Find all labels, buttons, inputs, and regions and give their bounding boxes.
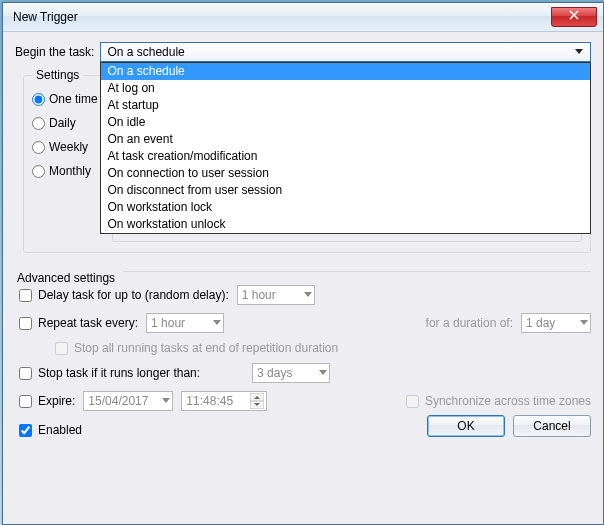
repeat-label: Repeat task every:: [38, 316, 138, 330]
begin-task-option[interactable]: At startup: [101, 97, 590, 114]
new-trigger-dialog: New Trigger Begin the task: On a schedul…: [2, 2, 604, 525]
expire-time-value: 11:48:45: [186, 394, 233, 408]
radio-monthly[interactable]: Monthly: [32, 164, 104, 178]
expire-date-field[interactable]: 15/04/2017: [83, 391, 173, 411]
begin-task-option[interactable]: On workstation lock: [101, 199, 590, 216]
radio-daily[interactable]: Daily: [32, 116, 104, 130]
chevron-down-icon: [162, 398, 170, 404]
radio-weekly-label: Weekly: [49, 140, 88, 154]
radio-monthly-label: Monthly: [49, 164, 91, 178]
delay-combo[interactable]: 1 hour: [237, 285, 315, 305]
expire-date-value: 15/04/2017: [88, 394, 148, 408]
stop-longer-label: Stop task if it runs longer than:: [38, 366, 200, 380]
radio-daily-input[interactable]: [32, 117, 45, 130]
repeat-checkbox[interactable]: [19, 317, 32, 330]
begin-task-option[interactable]: On workstation unlock: [101, 216, 590, 233]
radio-one-time[interactable]: One time: [32, 92, 104, 106]
enabled-check[interactable]: Enabled: [19, 423, 82, 437]
duration-value: 1 day: [526, 316, 555, 330]
stop-all-label: Stop all running tasks at end of repetit…: [74, 341, 338, 355]
begin-task-option[interactable]: On connection to user session: [101, 165, 590, 182]
duration-label: for a duration of:: [426, 316, 513, 330]
radio-daily-label: Daily: [49, 116, 76, 130]
radio-monthly-input[interactable]: [32, 165, 45, 178]
chevron-down-icon: [213, 320, 221, 326]
begin-task-label: Begin the task:: [15, 45, 94, 59]
close-icon: [569, 10, 579, 20]
radio-one-time-label: One time: [49, 92, 98, 106]
delay-check[interactable]: Delay task for up to (random delay):: [19, 288, 229, 302]
begin-task-dropdown-display[interactable]: On a schedule: [100, 42, 591, 62]
expire-checkbox[interactable]: [19, 395, 32, 408]
stop-longer-checkbox[interactable]: [19, 367, 32, 380]
stop-longer-check[interactable]: Stop task if it runs longer than:: [19, 366, 200, 380]
close-button[interactable]: [551, 7, 597, 27]
window-title: New Trigger: [13, 10, 78, 24]
titlebar: New Trigger: [3, 3, 603, 32]
radio-weekly[interactable]: Weekly: [32, 140, 104, 154]
begin-task-dropdown[interactable]: On a schedule On a scheduleAt log onAt s…: [100, 42, 591, 62]
begin-task-option[interactable]: On a schedule: [101, 63, 590, 80]
chevron-down-icon: [319, 370, 327, 376]
expire-label: Expire:: [38, 394, 75, 408]
begin-task-option[interactable]: On idle: [101, 114, 590, 131]
chevron-down-icon: [572, 45, 586, 59]
repeat-check[interactable]: Repeat task every:: [19, 316, 138, 330]
enabled-checkbox[interactable]: [19, 424, 32, 437]
expire-sync-label: Synchronize across time zones: [425, 394, 591, 408]
repeat-combo[interactable]: 1 hour: [146, 313, 224, 333]
ok-button[interactable]: OK: [427, 415, 505, 437]
expire-check[interactable]: Expire:: [19, 394, 75, 408]
stop-all-check[interactable]: Stop all running tasks at end of repetit…: [55, 341, 338, 355]
radio-one-time-input[interactable]: [32, 93, 45, 106]
stop-longer-value: 3 days: [257, 366, 292, 380]
begin-task-selected: On a schedule: [107, 45, 184, 59]
delay-value: 1 hour: [242, 288, 276, 302]
chevron-down-icon: [580, 320, 588, 326]
chevron-down-icon: [304, 292, 312, 298]
begin-task-option[interactable]: At task creation/modification: [101, 148, 590, 165]
begin-task-option[interactable]: On an event: [101, 131, 590, 148]
expire-time-field[interactable]: 11:48:45: [181, 391, 267, 411]
cancel-button[interactable]: Cancel: [513, 415, 591, 437]
radio-weekly-input[interactable]: [32, 141, 45, 154]
settings-legend: Settings: [32, 68, 83, 82]
delay-checkbox[interactable]: [19, 289, 32, 302]
expire-sync-check[interactable]: Synchronize across time zones: [406, 394, 591, 408]
repeat-value: 1 hour: [151, 316, 185, 330]
duration-combo[interactable]: 1 day: [521, 313, 591, 333]
begin-task-option[interactable]: On disconnect from user session: [101, 182, 590, 199]
spinner-icon: [250, 393, 264, 409]
stop-longer-combo[interactable]: 3 days: [252, 363, 330, 383]
begin-task-dropdown-list[interactable]: On a scheduleAt log onAt startupOn idleO…: [100, 62, 591, 234]
enabled-label: Enabled: [38, 423, 82, 437]
delay-label: Delay task for up to (random delay):: [38, 288, 229, 302]
stop-all-checkbox: [55, 342, 68, 355]
begin-task-option[interactable]: At log on: [101, 80, 590, 97]
advanced-heading: Advanced settings: [17, 271, 115, 285]
expire-sync-checkbox: [406, 395, 419, 408]
